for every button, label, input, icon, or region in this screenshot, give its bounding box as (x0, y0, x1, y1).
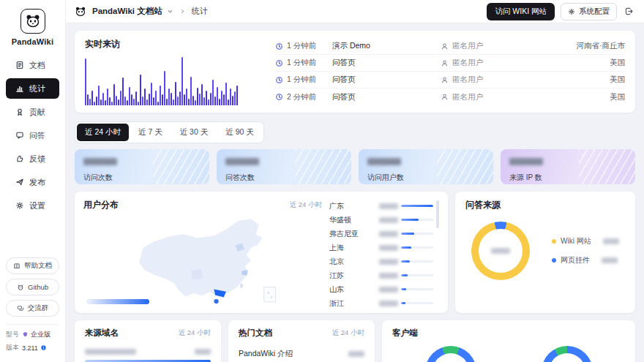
contribution-icon (15, 108, 24, 116)
side-link-label: Github (28, 283, 48, 291)
feedback-icon (15, 154, 24, 163)
visit-page: 问答页 (332, 75, 441, 85)
chart-bar (111, 102, 113, 105)
user-icon (441, 93, 449, 101)
logout-icon[interactable] (623, 5, 635, 18)
legend-value-redacted (602, 257, 618, 263)
sidebar-item-settings[interactable]: 设置 (6, 195, 59, 216)
tab-30d[interactable]: 近 30 天 (172, 124, 217, 141)
tab-7d[interactable]: 近 7 天 (130, 124, 171, 141)
region-bar (401, 219, 433, 221)
region-value-redacted (379, 203, 398, 209)
stat-value-redacted (225, 158, 259, 165)
chart-bar (192, 96, 194, 105)
region-value-redacted (379, 287, 398, 293)
visit-location: 河南省·商丘市 (523, 41, 625, 51)
sidebar-item-label: 贡献 (29, 107, 45, 118)
chart-bar (175, 82, 176, 105)
site-selector[interactable]: PandaWiki 文档站 (92, 6, 173, 17)
chart-bar (94, 102, 95, 105)
south-china-sea-inset (263, 287, 275, 301)
sidebar-item-qa[interactable]: 问答 (6, 125, 59, 146)
chart-bar (171, 93, 172, 105)
clock-icon (275, 59, 283, 67)
chart-bar (102, 93, 104, 105)
chart-bar (236, 86, 238, 105)
info-icon[interactable] (40, 344, 47, 351)
version-value: 3.211 (22, 344, 38, 352)
chart-bar (208, 99, 209, 105)
sidebar-item-stats[interactable]: 统计 (6, 78, 59, 99)
chart-bar (127, 100, 128, 105)
region-row: 山东 (329, 282, 433, 296)
region-name: 弗吉尼亚 (329, 229, 379, 239)
region-name: 华盛顿 (329, 215, 379, 225)
panda-icon (75, 6, 86, 18)
china-outline (138, 219, 263, 297)
hot-doc-name[interactable]: PandaWiki 介绍 (239, 349, 293, 359)
region-name: 北京 (329, 257, 379, 267)
tab-24h[interactable]: 近 24 小时 (77, 124, 129, 141)
visit-wiki-button[interactable]: 访问 WIKI 网站 (487, 3, 555, 20)
sidebar-item-label: 发布 (29, 177, 45, 188)
sidebar-item-publish[interactable]: 发布 (6, 172, 59, 192)
app-window: PandaWiki 文档 统计 贡献 问答 反馈 (0, 0, 644, 362)
stat-card-source-ip: 来源 IP 数 (501, 149, 635, 184)
map-color-legend (86, 299, 149, 304)
chart-bar (195, 100, 196, 105)
qa-source-donut-chart (471, 222, 530, 280)
chart-bar (87, 94, 89, 105)
document-icon (15, 61, 24, 69)
chart-bar (221, 91, 222, 105)
realtime-visit-list: 1 分钟前演示 Demo匿名用户河南省·商丘市1 分钟前问答页匿名用户美国1 分… (275, 38, 625, 105)
chart-bar (138, 102, 139, 105)
stat-label: 访问次数 (83, 173, 201, 183)
panda-icon (25, 13, 41, 29)
chart-bar (153, 97, 154, 105)
distribution-period: 近 24 小时 (290, 200, 322, 210)
version-label: 版本 (6, 343, 19, 352)
legend-label: 网页挂件 (561, 255, 590, 265)
system-config-button[interactable]: 系统配置 (561, 3, 617, 20)
sidebar: PandaWiki 文档 统计 贡献 问答 反馈 (0, 0, 66, 362)
chart-bar (89, 99, 91, 105)
region-name: 广东 (329, 201, 379, 211)
edition-value: 企业版 (31, 330, 50, 339)
chart-bar (122, 78, 124, 105)
sidebar-item-feedback[interactable]: 反馈 (6, 148, 59, 169)
client-title: 客户端 (392, 328, 418, 339)
region-bar (401, 233, 433, 235)
qa-source-card: 问答来源 Wiki 网站 (455, 192, 635, 313)
chart-bar (162, 94, 163, 105)
chart-bar (144, 88, 146, 105)
region-list-scrollbar[interactable] (436, 200, 439, 228)
region-row: 江苏 (329, 268, 433, 282)
tab-90d[interactable]: 近 90 天 (217, 124, 262, 141)
side-link-label: 交流群 (28, 303, 49, 313)
chat-group-link[interactable]: 交流群 (6, 300, 59, 317)
breadcrumb-caret-icon (179, 8, 186, 15)
chart-bar (157, 102, 159, 105)
sidebar-item-contribution[interactable]: 贡献 (6, 102, 59, 122)
visit-time: 1 分钟前 (275, 41, 332, 51)
visit-user: 匿名用户 (441, 41, 523, 51)
clock-icon (275, 42, 283, 50)
topbar: PandaWiki 文档站 统计 访问 WIKI 网站 系统配置 (66, 0, 644, 23)
help-docs-link[interactable]: 帮助文档 (6, 257, 59, 274)
sidebar-item-docs[interactable]: 文档 (6, 55, 59, 75)
edition-label: 型号 (6, 330, 19, 339)
chart-bar (146, 99, 148, 105)
legend-dot-yellow (552, 239, 556, 244)
chart-bar (232, 96, 233, 105)
hot-doc-count-redacted (348, 351, 364, 357)
github-icon (17, 284, 24, 291)
region-name: 江苏 (329, 271, 379, 281)
stat-value-redacted (367, 158, 401, 165)
region-row: 上海 (329, 241, 433, 254)
chart-bar (217, 87, 218, 105)
settings-icon (15, 201, 24, 210)
sidebar-item-label: 问答 (29, 130, 45, 141)
legend-label: Wiki 网站 (561, 236, 591, 246)
github-link[interactable]: Github (6, 279, 59, 295)
hot-docs-card: 热门文档 近 24 小时 PandaWiki 介绍 (228, 320, 375, 362)
